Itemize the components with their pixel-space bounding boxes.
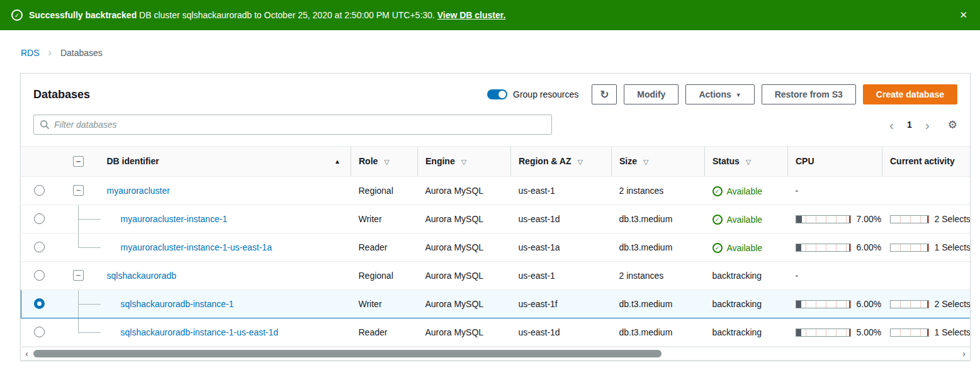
available-check-icon: ✓ <box>712 243 723 253</box>
banner-message-bold: Successfully backtracked <box>29 10 137 20</box>
sort-down-icon: ▽ <box>577 158 582 166</box>
db-identifier-link[interactable]: myauroracluster <box>107 186 170 196</box>
db-identifier-link[interactable]: myauroracluster-instance-1 <box>121 214 228 224</box>
db-identifier-link[interactable]: sqlshackauroradb-instance-1-us-east-1d <box>121 327 279 337</box>
row-select-cell <box>21 205 58 233</box>
refresh-button[interactable]: ↻ <box>592 84 617 104</box>
column-header-role[interactable]: Role▽ <box>351 147 418 176</box>
databases-panel: Databases Group resources ↻ Modify Actio… <box>20 73 971 361</box>
region-az-cell: us-east-1d <box>511 205 612 233</box>
refresh-icon: ↻ <box>600 88 609 101</box>
row-tree-cell <box>58 205 99 233</box>
table-row[interactable]: −sqlshackauroradbRegionalAurora MySQLus-… <box>21 261 971 289</box>
breadcrumb-rds-link[interactable]: RDS <box>21 48 40 58</box>
role-cell: Regional <box>351 261 418 289</box>
db-identifier-cell: sqlshackauroradb <box>99 261 351 289</box>
role-cell: Reader <box>351 233 418 261</box>
collapse-row-toggle[interactable]: − <box>73 185 84 196</box>
activity-value: 1 Selects/ <box>935 327 971 337</box>
row-tree-cell <box>58 289 99 318</box>
restore-from-s3-button[interactable]: Restore from S3 <box>762 84 856 104</box>
collapse-row-toggle[interactable]: − <box>73 270 84 281</box>
row-radio[interactable] <box>34 213 45 224</box>
column-header-engine[interactable]: Engine▽ <box>418 147 511 176</box>
scrollbar-thumb[interactable] <box>33 350 662 357</box>
header-controls: Group resources ↻ Modify Actions ▼ Resto… <box>487 84 957 104</box>
row-radio[interactable] <box>34 270 45 281</box>
column-header-db-identifier[interactable]: DB identifier ▲ <box>99 147 351 176</box>
cpu-cell: 6.00% <box>788 233 882 261</box>
actions-button[interactable]: Actions ▼ <box>685 84 754 104</box>
available-check-icon: ✓ <box>712 215 723 225</box>
table-row[interactable]: sqlshackauroradb-instance-1WriterAurora … <box>21 289 971 318</box>
scroll-left-icon[interactable]: ‹ <box>25 349 28 358</box>
db-table-body: −myauroraclusterRegionalAurora MySQLus-e… <box>21 176 971 346</box>
row-radio[interactable] <box>34 185 45 196</box>
column-label-size: Size <box>619 156 637 166</box>
row-tree-cell <box>58 233 99 261</box>
settings-gear-icon[interactable]: ⚙ <box>948 118 957 132</box>
size-cell: db.t3.medium <box>612 205 705 233</box>
sort-asc-icon: ▲ <box>334 158 341 165</box>
column-header-region-az[interactable]: Region & AZ▽ <box>511 147 612 176</box>
banner-close-icon[interactable]: ✕ <box>958 9 969 21</box>
table-row[interactable]: sqlshackauroradb-instance-1-us-east-1dRe… <box>21 318 971 346</box>
status-text: Available <box>727 186 763 196</box>
modify-button[interactable]: Modify <box>624 84 679 104</box>
activity-meter <box>890 215 929 223</box>
status-text: backtracking <box>712 271 762 281</box>
column-header-status[interactable]: Status▽ <box>705 147 788 176</box>
size-cell: db.t3.medium <box>612 233 705 261</box>
group-resources-label: Group resources <box>513 89 578 99</box>
engine-cell: Aurora MySQL <box>418 318 511 346</box>
activity-meter <box>890 329 929 337</box>
table-row[interactable]: −myauroraclusterRegionalAurora MySQLus-e… <box>21 176 971 205</box>
view-db-cluster-link[interactable]: View DB cluster. <box>437 10 506 20</box>
status-available: ✓Available <box>712 215 763 225</box>
db-identifier-cell: myauroracluster <box>99 176 351 205</box>
db-identifier-cell: myauroracluster-instance-1-us-east-1a <box>99 233 351 261</box>
prev-page-icon[interactable]: ‹ <box>889 118 894 132</box>
size-cell: db.t3.medium <box>612 289 705 318</box>
column-header-cpu: CPU <box>788 147 882 176</box>
row-radio[interactable] <box>34 327 45 337</box>
status-cell: backtracking <box>705 261 788 289</box>
role-cell: Reader <box>351 318 418 346</box>
create-database-button[interactable]: Create database <box>863 84 957 104</box>
meter-tick <box>849 244 850 251</box>
engine-cell: Aurora MySQL <box>418 289 511 318</box>
region-az-cell: us-east-1a <box>511 233 612 261</box>
current-activity-cell <box>882 261 971 289</box>
horizontal-scrollbar[interactable]: ‹ › <box>21 347 970 360</box>
column-header-size[interactable]: Size▽ <box>612 147 705 176</box>
group-resources-toggle[interactable] <box>487 89 507 99</box>
db-identifier-link[interactable]: myauroracluster-instance-1-us-east-1a <box>121 242 272 252</box>
page-title: Databases <box>33 88 90 101</box>
table-row[interactable]: myauroracluster-instance-1-us-east-1aRea… <box>21 233 971 261</box>
breadcrumb-separator-icon: › <box>48 47 52 59</box>
engine-cell: Aurora MySQL <box>418 176 511 205</box>
filter-databases-input[interactable] <box>54 120 546 130</box>
activity-meter <box>890 300 929 308</box>
row-tree-cell: − <box>58 261 99 289</box>
row-radio[interactable] <box>34 298 45 309</box>
scroll-right-icon[interactable]: › <box>962 349 966 358</box>
cpu-meter <box>796 215 851 223</box>
row-select-cell <box>21 261 58 289</box>
activity-value: 2 Selects/ <box>935 299 971 309</box>
indeterminate-checkbox[interactable]: − <box>73 156 84 167</box>
db-identifier-link[interactable]: sqlshackauroradb <box>107 271 177 281</box>
next-page-icon[interactable]: › <box>925 118 930 132</box>
row-radio[interactable] <box>34 242 45 252</box>
table-row[interactable]: myauroracluster-instance-1WriterAurora M… <box>21 205 971 233</box>
status-cell: backtracking <box>705 318 788 346</box>
region-az-cell: us-east-1d <box>511 318 612 346</box>
db-identifier-link[interactable]: sqlshackauroradb-instance-1 <box>121 299 234 309</box>
db-table-head: − DB identifier ▲ Role▽ Engine▽ <box>21 147 971 176</box>
row-tree-cell <box>58 318 99 346</box>
current-page[interactable]: 1 <box>907 120 912 130</box>
scrollbar-track[interactable] <box>33 350 957 357</box>
filter-databases-box <box>33 115 552 135</box>
column-label-cpu: CPU <box>796 156 814 166</box>
activity-meter <box>890 244 929 252</box>
